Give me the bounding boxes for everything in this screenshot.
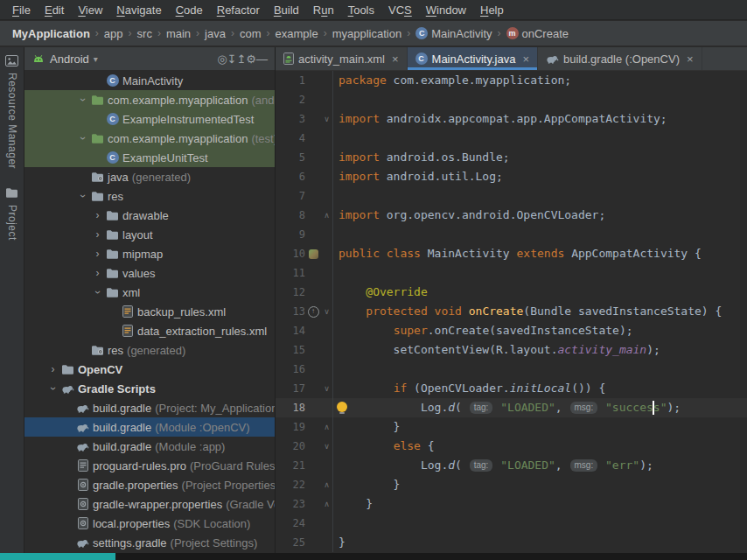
menu-item-vcs[interactable]: VCS — [381, 2, 419, 18]
breadcrumb-item[interactable]: app — [102, 27, 125, 40]
tree-chevron-icon[interactable]: › — [76, 90, 89, 109]
tree-chevron-icon[interactable]: › — [76, 129, 89, 148]
tree-item[interactable]: C MainActivity — [24, 71, 275, 90]
tree-chevron-icon[interactable]: › — [46, 379, 59, 398]
tree-item[interactable]: C ExampleUnitTest — [24, 148, 275, 167]
tree-item[interactable]: data_extraction_rules.xml — [24, 321, 275, 340]
tree-item[interactable]: › values — [24, 263, 275, 283]
tree-item[interactable]: build.gradle (Project: My_Application) — [24, 398, 275, 417]
tree-item[interactable]: gradle-wrapper.properties (Gradle Versio… — [24, 494, 275, 514]
code-line[interactable]: 24 — [276, 514, 747, 533]
settings-icon[interactable]: ⚙ — [246, 52, 256, 66]
breadcrumb-item[interactable]: java — [203, 27, 227, 40]
menu-item-code[interactable]: Code — [169, 2, 210, 18]
fold-end-marker-icon[interactable]: ∧ — [324, 211, 330, 220]
editor-tab[interactable]: CMainActivity.java × — [408, 47, 538, 70]
close-icon[interactable]: × — [392, 52, 399, 66]
menu-item-navigate[interactable]: Navigate — [109, 2, 168, 18]
breadcrumb-item[interactable]: monCreate — [505, 27, 570, 40]
code-line[interactable]: 3 ∨ import androidx.appcompat.app.AppCom… — [276, 109, 747, 129]
code-line[interactable]: 21 Log.d( tag: "LOADED", msg: "err"); — [276, 456, 747, 475]
code-line[interactable]: 5 import android.os.Bundle; — [276, 148, 747, 167]
code-line[interactable]: 18 Log.d( tag: "LOADED", msg: "success")… — [276, 398, 747, 417]
tree-item[interactable]: › Gradle Scripts — [24, 379, 275, 398]
code-line[interactable]: 1 package com.example.myapplication; — [276, 71, 747, 90]
expand-all-icon[interactable]: ↧ — [227, 52, 237, 66]
tree-item[interactable]: › xml — [24, 283, 275, 302]
tree-item[interactable]: java (generated) — [24, 167, 275, 186]
code-line[interactable]: 13 ↑∨ protected void onCreate(Bundle sav… — [276, 302, 747, 321]
tree-item[interactable]: C ExampleInstrumentedTest — [24, 109, 275, 129]
code-line[interactable]: 22 ∧ } — [276, 475, 747, 494]
tree-item[interactable]: local.properties (SDK Location) — [24, 514, 275, 533]
fold-marker-icon[interactable]: ∨ — [324, 307, 330, 316]
tree-item[interactable]: › mipmap — [24, 244, 275, 263]
stripe-button-resource-manager[interactable]: Resource Manager — [0, 47, 24, 179]
menu-item-window[interactable]: Window — [419, 2, 473, 18]
editor-tab[interactable]: build.gradle (:OpenCV) × — [538, 47, 702, 70]
code-line[interactable]: 16 — [276, 360, 747, 379]
project-view-selector[interactable]: Android — [50, 52, 89, 66]
close-icon[interactable]: × — [522, 52, 529, 66]
tree-item[interactable]: settings.gradle (Project Settings) — [24, 533, 275, 552]
menu-item-view[interactable]: View — [71, 2, 109, 18]
tree-item[interactable]: proguard-rules.pro (ProGuard Rules for :… — [24, 456, 275, 475]
tree-item[interactable]: res (generated) — [24, 340, 275, 360]
code-line[interactable]: 6 import android.util.Log; — [276, 167, 747, 186]
breadcrumb-item[interactable]: MyApplication — [10, 27, 92, 40]
tree-item[interactable]: › res — [24, 186, 275, 206]
breadcrumb-item[interactable]: src — [136, 27, 154, 40]
code-line[interactable]: 4 — [276, 129, 747, 148]
tree-item[interactable]: › com.example.myapplication (androidTest… — [24, 90, 275, 109]
tree-item[interactable]: › layout — [24, 225, 275, 244]
code-line[interactable]: 15 setContentView(R.layout.activity_main… — [276, 340, 747, 360]
menu-item-refactor[interactable]: Refactor — [210, 2, 267, 18]
code-line[interactable]: 8 ∧ import org.opencv.android.OpenCVLoad… — [276, 206, 747, 225]
code-line[interactable]: 11 — [276, 263, 747, 283]
override-marker-icon[interactable]: ↑ — [308, 306, 319, 318]
code-line[interactable]: 25 } — [276, 533, 747, 552]
menu-item-tools[interactable]: Tools — [341, 2, 381, 18]
fold-marker-icon[interactable]: ∨ — [324, 442, 330, 451]
code-line[interactable]: 12 @Override — [276, 283, 747, 302]
locate-file-icon[interactable]: ◎ — [217, 52, 227, 66]
tree-item[interactable]: backup_rules.xml — [24, 302, 275, 321]
hide-icon[interactable]: — — [256, 52, 268, 66]
breadcrumb-item[interactable]: CMainActivity — [414, 27, 493, 40]
intention-bulb-icon[interactable] — [337, 402, 347, 412]
tree-chevron-icon[interactable]: › — [76, 186, 89, 206]
tree-item[interactable]: build.gradle (Module :OpenCV) — [24, 417, 275, 437]
code-line[interactable]: 9 — [276, 225, 747, 244]
code-line[interactable]: 2 — [276, 90, 747, 109]
editor-tab[interactable]: activity_main.xml × — [276, 47, 408, 70]
breadcrumb-item[interactable]: example — [274, 27, 320, 40]
tree-item[interactable]: › drawable — [24, 206, 275, 225]
close-icon[interactable]: × — [687, 52, 694, 66]
fold-end-marker-icon[interactable]: ∧ — [324, 500, 330, 508]
code-line[interactable]: 20 ∨ else { — [276, 437, 747, 456]
collapse-all-icon[interactable]: ↥ — [236, 52, 246, 66]
menu-item-file[interactable]: File — [5, 2, 38, 18]
fold-marker-icon[interactable]: ∨ — [324, 115, 330, 123]
fold-marker-icon[interactable]: ∨ — [324, 384, 330, 393]
tree-chevron-icon[interactable]: › — [91, 244, 104, 263]
tree-chevron-icon[interactable]: › — [91, 225, 104, 244]
breadcrumb-item[interactable]: myapplication — [331, 27, 404, 40]
fold-end-marker-icon[interactable]: ∧ — [324, 423, 330, 431]
code-line[interactable]: 19 ∧ } — [276, 417, 747, 437]
tree-chevron-icon[interactable]: › — [91, 263, 104, 283]
tree-item[interactable]: gradle.properties (Project Properties) — [24, 475, 275, 494]
code-editor[interactable]: 1 package com.example.myapplication; 2 3… — [276, 71, 747, 552]
tree-item[interactable]: › OpenCV — [24, 360, 275, 379]
stripe-button-project[interactable]: Project — [0, 179, 24, 251]
fold-end-marker-icon[interactable]: ∧ — [324, 480, 330, 489]
menu-item-edit[interactable]: Edit — [38, 2, 71, 18]
code-line[interactable]: 14 super.onCreate(savedInstanceState); — [276, 321, 747, 340]
menu-item-build[interactable]: Build — [267, 2, 306, 18]
tree-item[interactable]: build.gradle (Module :app) — [24, 437, 275, 456]
tree-chevron-icon[interactable]: › — [91, 283, 104, 302]
tree-item[interactable]: › com.example.myapplication (test) — [24, 129, 275, 148]
menu-item-help[interactable]: Help — [473, 2, 511, 18]
run-class-icon[interactable] — [309, 249, 318, 259]
menu-item-run[interactable]: Run — [306, 2, 341, 18]
